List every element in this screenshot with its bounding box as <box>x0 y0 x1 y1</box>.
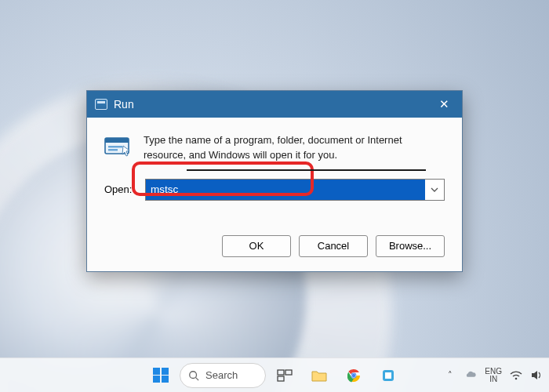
svg-rect-8 <box>278 376 284 381</box>
taskbar-app-chrome[interactable] <box>338 360 369 391</box>
browse-button[interactable]: Browse... <box>376 235 445 257</box>
open-label: Open: <box>104 183 136 195</box>
svg-rect-7 <box>285 370 292 375</box>
run-titlebar-icon <box>95 99 107 110</box>
svg-line-5 <box>196 377 199 380</box>
task-view-icon <box>277 369 293 382</box>
tray-overflow-button[interactable]: ˄ <box>444 369 456 382</box>
dialog-body: Type the name of a program, folder, docu… <box>87 118 462 224</box>
svg-rect-1 <box>105 138 129 143</box>
svg-point-15 <box>515 377 518 379</box>
svg-rect-3 <box>108 149 118 151</box>
taskbar-search[interactable]: Search <box>180 363 266 388</box>
titlebar[interactable]: Run ✕ <box>87 91 462 118</box>
svg-rect-6 <box>278 370 284 375</box>
app-icon <box>381 368 395 383</box>
chrome-icon <box>347 368 361 383</box>
system-tray: ˄ ENG IN <box>444 368 543 383</box>
close-button[interactable]: ✕ <box>426 91 462 118</box>
task-view-button[interactable] <box>269 360 300 391</box>
svg-point-4 <box>190 371 197 378</box>
run-dialog: Run ✕ Type the name of a program, folder… <box>86 90 463 272</box>
tray-onedrive-icon[interactable] <box>464 369 477 382</box>
search-placeholder: Search <box>205 369 238 381</box>
wifi-icon[interactable] <box>510 369 522 382</box>
open-combobox[interactable] <box>145 179 445 201</box>
combobox-chevron-icon[interactable] <box>425 180 444 200</box>
dialog-description: Type the name of a program, folder, docu… <box>144 133 445 163</box>
start-button[interactable] <box>145 360 176 391</box>
language-indicator[interactable]: ENG IN <box>485 368 502 383</box>
search-icon <box>188 370 199 381</box>
run-app-icon <box>104 135 131 157</box>
svg-point-12 <box>352 373 355 376</box>
button-row: OK Cancel Browse... <box>87 224 462 271</box>
taskbar-app-generic[interactable] <box>373 360 404 391</box>
cancel-button[interactable]: Cancel <box>299 235 368 257</box>
svg-rect-14 <box>385 372 391 379</box>
taskbar-app-explorer[interactable] <box>304 360 335 391</box>
windows-logo-icon <box>153 368 169 383</box>
window-title: Run <box>114 98 426 111</box>
open-input[interactable] <box>146 180 425 200</box>
volume-icon[interactable] <box>530 369 543 382</box>
folder-icon <box>311 369 327 382</box>
taskbar-center: Search <box>145 360 404 391</box>
ok-button[interactable]: OK <box>222 235 291 257</box>
svg-rect-2 <box>108 146 122 147</box>
taskbar: Search ˄ ENG IN <box>0 358 549 392</box>
close-icon: ✕ <box>439 97 449 111</box>
